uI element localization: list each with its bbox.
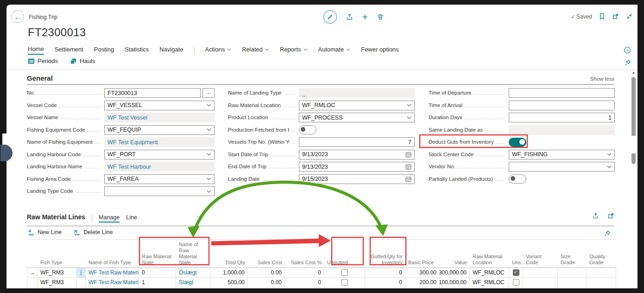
column-header-ungutted[interactable]: Ungutted (324, 240, 365, 268)
cell-name-of-raw-material-state[interactable]: Slægt (176, 278, 211, 287)
raw-material-location-select[interactable]: WF_RMLOC (299, 101, 415, 110)
cell-unsorted[interactable] (509, 278, 523, 287)
empty-cell[interactable] (27, 287, 38, 288)
share-icon[interactable] (346, 13, 354, 21)
cell-basic-price[interactable]: 300.00 (405, 268, 440, 278)
empty-cell[interactable] (365, 287, 405, 288)
column-header-sales-cost[interactable]: Sales Cost (248, 240, 285, 268)
expand-icon[interactable] (607, 212, 614, 219)
column-header-raw-material-state[interactable]: Raw Material State (139, 240, 176, 268)
share-icon[interactable] (592, 212, 599, 219)
empty-cell[interactable] (38, 287, 77, 288)
tab-actions[interactable]: Actions (205, 46, 232, 54)
cell-rowmenu[interactable] (77, 278, 86, 287)
pin-icon[interactable] (624, 59, 631, 66)
column-header-fish-type[interactable]: Fish Type (38, 240, 77, 268)
new-record-button[interactable]: + (362, 13, 368, 21)
cell-gutted-qty[interactable]: 0 (365, 268, 405, 278)
info-icon[interactable] (624, 46, 631, 54)
deduct-guts-toggle[interactable] (509, 138, 526, 147)
tab-navigate[interactable]: Navigate (159, 46, 183, 54)
cell-basic-price[interactable]: 200.00 (405, 278, 440, 287)
cell-sales-cost[interactable]: 0.00 (248, 278, 285, 287)
cell-variant-code[interactable] (523, 278, 558, 287)
column-header-size-grade[interactable]: Size Grade (558, 240, 587, 268)
cell-fish-type[interactable]: WF_RM3 (38, 268, 77, 278)
start-date-input[interactable]: 9/13/2023 (299, 150, 415, 159)
landing-type-code-select[interactable] (104, 186, 215, 196)
tab-settlement[interactable]: Settlement (55, 46, 83, 54)
cell-sales-cost-pct[interactable]: 0 (285, 268, 324, 278)
ungutted-checkbox[interactable] (341, 279, 348, 286)
vessels-trip-no-input[interactable]: 7 (299, 137, 415, 147)
tab-posting[interactable]: Posting (94, 46, 114, 54)
empty-cell[interactable] (558, 287, 587, 288)
fishing-equipment-code-select[interactable]: WF_FEQUIP (104, 125, 215, 135)
cell-total-qty[interactable]: 1,000.00 (211, 268, 248, 278)
no-input[interactable]: FT2300013 (104, 88, 201, 98)
cell-size-grade[interactable] (558, 268, 587, 278)
product-location-select[interactable]: WF_PROCESS (299, 113, 415, 122)
partially-landed-toggle[interactable] (509, 174, 526, 184)
back-button[interactable]: ← (11, 10, 24, 23)
calendar-icon[interactable] (405, 176, 411, 182)
unsorted-checkbox[interactable] (513, 279, 519, 286)
cell-gutted-qty[interactable]: 0 (365, 278, 405, 287)
hauls-button[interactable]: Hauls (70, 57, 95, 64)
row-menu-button[interactable]: ⋮ (77, 268, 86, 278)
empty-cell[interactable] (405, 287, 440, 288)
delete-line-button[interactable]: Delete Line (74, 229, 113, 236)
assist-edit-button[interactable]: … (202, 88, 215, 98)
cell-raw-material-state[interactable]: 1 (139, 278, 176, 287)
empty-cell[interactable] (285, 287, 324, 288)
empty-cell[interactable] (587, 287, 616, 288)
tab-reports[interactable]: Reports (280, 46, 308, 54)
fewer-options[interactable]: Fewer options (361, 46, 399, 54)
cell-value[interactable]: 100,000.00 (440, 278, 470, 287)
column-header-gutted-qty[interactable]: Gutted Qty for Inventory (365, 240, 405, 268)
empty-cell[interactable] (440, 287, 470, 288)
empty-cell[interactable] (176, 287, 211, 288)
cell-total-qty[interactable]: 500.00 (211, 278, 248, 287)
tab-automate[interactable]: Automate (318, 46, 351, 54)
empty-cell[interactable] (139, 287, 176, 288)
show-less-link[interactable]: Show less (590, 76, 614, 82)
tab-home[interactable]: Home (28, 45, 44, 55)
cell-sales-cost[interactable]: 0.00 (248, 268, 285, 278)
tab-related[interactable]: Related (242, 46, 269, 54)
lines-tab-line[interactable]: Line (126, 214, 137, 222)
scroll-up-arrow[interactable]: ▲ (631, 70, 636, 75)
column-header-total-qty[interactable]: Total Qty (211, 240, 248, 268)
cell-raw-material-location[interactable]: WF_RMLOC (470, 268, 509, 278)
cell-fish-type[interactable]: WF_RM3 (38, 278, 77, 287)
empty-cell[interactable] (248, 287, 285, 288)
cell-name-of-fish-type[interactable]: WF Test Raw Material 3 (86, 268, 139, 278)
unsorted-checkbox[interactable] (513, 269, 519, 276)
cell-sales-cost-pct[interactable]: 0 (285, 278, 324, 287)
production-fetched-toggle[interactable] (299, 125, 316, 134)
empty-cell[interactable] (86, 287, 139, 288)
cell-value[interactable]: 300,000.00 (440, 268, 470, 278)
ungutted-checkbox[interactable] (341, 269, 348, 276)
empty-cell[interactable] (211, 287, 248, 288)
landing-date-input[interactable]: 9/15/2023 (299, 174, 415, 184)
column-header-quality-grade[interactable]: Quality Grade (587, 240, 616, 268)
empty-cell[interactable] (509, 287, 523, 288)
vessel-code-select[interactable]: WF_VESSEL (104, 101, 215, 110)
cell-size-grade[interactable] (558, 278, 587, 287)
time-of-departure-input[interactable] (509, 88, 615, 98)
cell-raw-material-location[interactable]: WF_RMLOC (470, 278, 509, 287)
calendar-icon[interactable] (405, 152, 411, 158)
empty-cell[interactable] (523, 287, 558, 288)
cell-name-of-fish-type[interactable]: WF Test Raw Material 3 (86, 278, 139, 287)
cell-ungutted[interactable] (324, 268, 365, 278)
open-in-new-window-icon[interactable] (612, 13, 619, 20)
time-of-arrival-input[interactable] (509, 101, 615, 110)
cell-ungutted[interactable] (324, 278, 365, 287)
column-header-raw-material-location[interactable]: Raw Material Location (470, 240, 509, 268)
vertical-scrollbar[interactable]: ▲ (631, 70, 636, 286)
cell-quality-grade[interactable] (587, 278, 616, 287)
tab-statistics[interactable]: Statistics (125, 46, 149, 54)
fishing-area-code-select[interactable]: WF_FAREA (104, 174, 215, 184)
stock-center-code-select[interactable]: WF_FISHING (509, 150, 615, 159)
